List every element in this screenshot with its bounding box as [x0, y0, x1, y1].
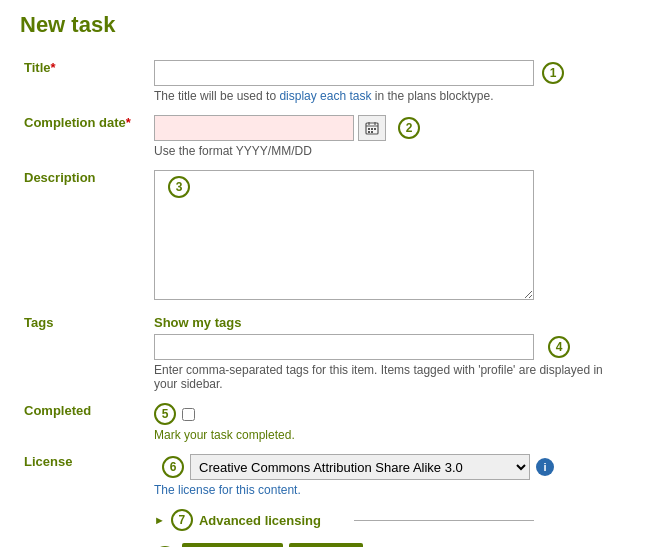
tags-input[interactable]	[154, 334, 534, 360]
description-label-cell: Description	[20, 164, 150, 309]
buttons-label-cell	[20, 537, 150, 547]
description-textarea[interactable]	[154, 170, 534, 300]
tags-field-cell: Show my tags 4 Enter comma-separated tag…	[150, 309, 630, 397]
calendar-button[interactable]	[358, 115, 386, 141]
description-wrapper: 3	[154, 170, 626, 303]
tags-wrapper: Show my tags 4 Enter comma-separated tag…	[154, 315, 626, 391]
license-label-cell: License	[20, 448, 150, 503]
completed-label-cell: Completed	[20, 397, 150, 448]
license-hint[interactable]: The license for this content.	[154, 483, 626, 497]
description-row: Description 3	[20, 164, 630, 309]
calendar-icon	[365, 121, 379, 135]
title-wrapper: 1	[154, 60, 626, 86]
completion-date-label-cell: Completion date*	[20, 109, 150, 164]
license-wrapper: 6 Creative Commons Attribution Share Ali…	[154, 454, 626, 480]
completion-date-required: *	[126, 115, 131, 130]
advanced-row: ► 7 Advanced licensing	[20, 503, 630, 537]
save-button[interactable]: Save task	[182, 543, 283, 547]
svg-rect-7	[368, 131, 370, 133]
title-hint: The title will be used to display each t…	[154, 89, 626, 103]
completion-date-label: Completion date	[24, 115, 126, 130]
tags-row: Tags Show my tags 4 Enter comma-separate…	[20, 309, 630, 397]
completed-wrapper: 5	[154, 403, 626, 425]
title-input[interactable]	[154, 60, 534, 86]
tags-step-badge: 4	[548, 336, 570, 358]
svg-rect-8	[371, 131, 373, 133]
completed-field-cell: 5 Mark your task completed.	[150, 397, 630, 448]
completed-step-badge: 5	[154, 403, 176, 425]
license-row: License 6 Creative Commons Attribution S…	[20, 448, 630, 503]
svg-rect-6	[374, 128, 376, 130]
title-label-cell: Title*	[20, 54, 150, 109]
advanced-step-badge: 7	[171, 509, 193, 531]
description-field-cell: 3	[150, 164, 630, 309]
title-label: Title	[24, 60, 51, 75]
license-select[interactable]: Creative Commons Attribution Share Alike…	[190, 454, 530, 480]
license-field-cell: 6 Creative Commons Attribution Share Ali…	[150, 448, 630, 503]
license-info-icon[interactable]: i	[536, 458, 554, 476]
license-label: License	[24, 454, 72, 469]
cancel-button[interactable]: Cancel	[289, 543, 363, 547]
completed-checkbox[interactable]	[182, 408, 195, 421]
completion-date-hint: Use the format YYYY/MM/DD	[154, 144, 626, 158]
advanced-section-cell: ► 7 Advanced licensing	[150, 503, 630, 537]
buttons-row: 8 Save task Cancel	[20, 537, 630, 547]
advanced-label-cell	[20, 503, 150, 537]
tags-label-cell: Tags	[20, 309, 150, 397]
date-wrapper: 2	[154, 115, 626, 141]
mark-complete-link[interactable]: Mark your task completed.	[154, 428, 626, 442]
buttons-field-cell: 8 Save task Cancel	[150, 537, 630, 547]
title-required: *	[51, 60, 56, 75]
title-row: Title* 1 The title will be used to displ…	[20, 54, 630, 109]
chevron-right-icon: ►	[154, 514, 165, 526]
buttons-group: 8 Save task Cancel	[154, 543, 626, 547]
completed-label: Completed	[24, 403, 91, 418]
completed-row: Completed 5 Mark your task completed.	[20, 397, 630, 448]
title-hint-link[interactable]: display each task	[279, 89, 371, 103]
completion-date-row: Completion date*	[20, 109, 630, 164]
completion-date-field-cell: 2 Use the format YYYY/MM/DD	[150, 109, 630, 164]
new-task-form: Title* 1 The title will be used to displ…	[20, 54, 630, 547]
title-step-badge: 1	[542, 62, 564, 84]
tags-hint: Enter comma-separated tags for this item…	[154, 363, 626, 391]
page-title: New task	[20, 12, 630, 38]
tags-input-row: 4	[154, 334, 626, 360]
advanced-licensing-toggle[interactable]: ► 7 Advanced licensing	[154, 509, 534, 531]
description-label: Description	[24, 170, 96, 185]
tags-label: Tags	[24, 315, 53, 330]
completion-date-step-badge: 2	[398, 117, 420, 139]
title-field-cell: 1 The title will be used to display each…	[150, 54, 630, 109]
show-my-tags-link[interactable]: Show my tags	[154, 315, 626, 330]
advanced-label: Advanced licensing	[199, 513, 321, 528]
svg-rect-5	[371, 128, 373, 130]
completion-date-input[interactable]	[154, 115, 354, 141]
license-step-badge: 6	[162, 456, 184, 478]
description-step-badge: 3	[168, 176, 190, 198]
svg-rect-4	[368, 128, 370, 130]
